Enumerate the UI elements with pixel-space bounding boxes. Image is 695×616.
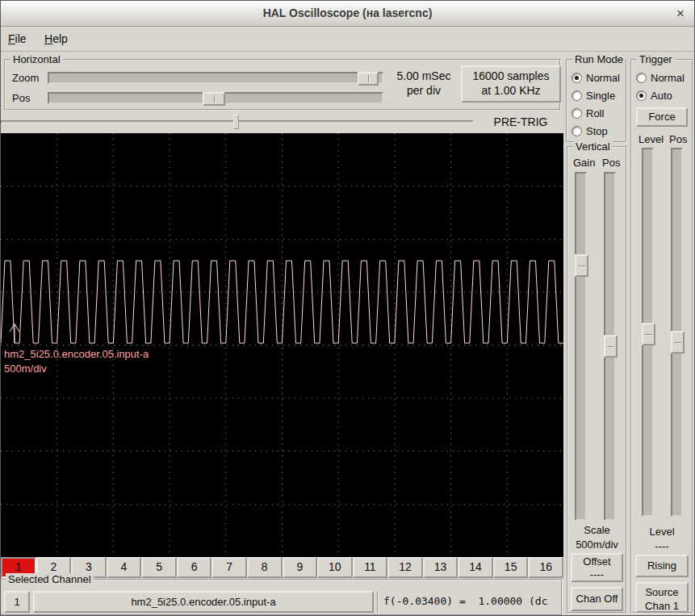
channel-button-14[interactable]: 14 — [458, 557, 493, 578]
selected-channel-name-button[interactable]: hm2_5i25.0.encoder.05.input-a — [33, 591, 374, 613]
channel-button-6[interactable]: 6 — [177, 557, 212, 578]
pos-label: Pos — [12, 92, 30, 104]
runmode-radio-roll[interactable]: Roll — [571, 107, 604, 119]
source-button[interactable]: Source Chan 1 — [635, 582, 689, 613]
trigger-pos-slider[interactable] — [671, 148, 683, 517]
runmode-frame-label: Run Mode — [572, 53, 626, 65]
runmode-radio-stop[interactable]: Stop — [571, 125, 608, 137]
channel-button-11[interactable]: 11 — [353, 557, 388, 578]
menu-help[interactable]: Help — [37, 27, 75, 50]
horizontal-frame: Horizontal Zoom Pos 5.00 mSec per div 16… — [4, 59, 561, 111]
channel-button-10[interactable]: 10 — [317, 557, 353, 578]
gain-slider[interactable] — [575, 172, 587, 521]
radio-icon[interactable] — [636, 73, 647, 83]
app-window: HAL Oscilloscope (на lasercnc) × File He… — [0, 0, 695, 616]
radio-label: Roll — [586, 107, 604, 119]
gain-slider-handle[interactable] — [575, 254, 588, 277]
channel-value-readout: f(-0.03400) = 1.00000 (dc — [377, 591, 548, 613]
selected-channel-frame: Selected Channel 1 hm2_5i25.0.encoder.05… — [1, 579, 563, 616]
channel-button-8[interactable]: 8 — [247, 557, 283, 578]
offset-line1: Offset — [572, 555, 622, 568]
samples-button[interactable]: 16000 samples at 1.00 KHz — [461, 65, 561, 103]
vertical-frame-label: Vertical — [573, 140, 613, 153]
radio-label: Auto — [651, 90, 672, 102]
radio-label: Stop — [586, 125, 608, 137]
offset-button[interactable]: Offset ---- — [571, 553, 623, 582]
scale-value: 500m/div — [568, 538, 626, 551]
runmode-radio-normal[interactable]: Normal — [571, 72, 620, 84]
zoom-label: Zoom — [12, 72, 39, 84]
trigger-pos-slider-handle[interactable] — [671, 331, 685, 354]
radio-icon[interactable] — [571, 90, 582, 101]
radio-icon[interactable] — [636, 90, 647, 101]
pos-slider-handle[interactable] — [203, 92, 225, 106]
trigger-level-label: Level — [638, 133, 664, 145]
time-per-div-label: per div — [388, 83, 459, 98]
pretrig-slider[interactable] — [1, 115, 474, 129]
runmode-frame: Run Mode Normal Single Roll Stop — [566, 59, 627, 143]
channel-button-4[interactable]: 4 — [107, 557, 142, 578]
samples-line2: at 1.00 KHz — [463, 83, 559, 98]
source-line1: Source — [637, 585, 687, 599]
vertical-pos-slider[interactable] — [604, 172, 616, 521]
offset-line2: ---- — [572, 568, 622, 581]
runmode-radio-single[interactable]: Single — [571, 90, 615, 102]
channel-button-13[interactable]: 13 — [423, 557, 458, 578]
channel-button-9[interactable]: 9 — [283, 557, 318, 578]
trigger-level-slider[interactable] — [642, 148, 654, 517]
trigger-radio-auto[interactable]: Auto — [636, 90, 672, 102]
scope-channel-scale: 500m/div — [4, 362, 47, 375]
scale-label: Scale — [568, 524, 626, 536]
vpos-label: Pos — [602, 157, 620, 169]
channel-button-7[interactable]: 7 — [211, 557, 247, 578]
scope-canvas — [1, 133, 563, 557]
pos-slider[interactable] — [48, 92, 383, 104]
horizontal-frame-label: Horizontal — [10, 53, 63, 65]
vertical-pos-slider-handle[interactable] — [604, 335, 618, 358]
menubar: File Help — [1, 27, 694, 52]
titlebar: HAL Oscilloscope (на lasercnc) × — [1, 1, 694, 27]
force-button[interactable]: Force — [636, 107, 688, 127]
scope-display: hm2_5i25.0.encoder.05.input-a 500m/div — [1, 133, 563, 557]
level-value-label: Level — [632, 526, 692, 538]
channel-button-5[interactable]: 5 — [141, 557, 177, 578]
scope-channel-name: hm2_5i25.0.encoder.05.input-a — [4, 348, 149, 360]
vertical-frame: Vertical Gain Pos Scale 500m/div Offset … — [567, 146, 627, 614]
level-value: ---- — [632, 540, 692, 552]
radio-icon[interactable] — [571, 108, 582, 119]
time-per-div: 5.00 mSec per div — [388, 67, 459, 98]
zoom-slider-handle[interactable] — [358, 72, 379, 86]
zoom-slider[interactable] — [48, 72, 383, 84]
radio-label: Single — [586, 90, 615, 102]
trigger-radio-normal[interactable]: Normal — [636, 72, 685, 84]
rising-button[interactable]: Rising — [635, 555, 689, 577]
channel-button-16[interactable]: 16 — [528, 557, 563, 578]
trigger-level-slider-handle[interactable] — [642, 323, 655, 346]
window-title: HAL Oscilloscope (на lasercnc) — [1, 1, 694, 26]
trigger-pos-label: Pos — [669, 133, 687, 145]
channel-button-12[interactable]: 12 — [387, 557, 423, 578]
radio-label: Normal — [586, 72, 620, 84]
trigger-frame-label: Trigger — [637, 53, 675, 65]
source-line2: Chan 1 — [637, 599, 687, 613]
selected-channel-frame-label: Selected Channel — [6, 573, 94, 585]
radio-icon[interactable] — [571, 73, 582, 83]
channel-button-15[interactable]: 15 — [493, 557, 529, 578]
trigger-frame: Trigger Normal Auto Force Level Pos Leve… — [630, 59, 693, 614]
radio-icon[interactable] — [571, 126, 582, 136]
pretrig-label: PRE-TRIG — [484, 115, 558, 128]
close-icon[interactable]: × — [676, 1, 685, 26]
samples-line1: 16000 samples — [463, 69, 559, 83]
menu-file[interactable]: File — [1, 27, 34, 50]
time-per-div-value: 5.00 mSec — [388, 69, 459, 83]
pretrig-handle[interactable] — [233, 115, 239, 129]
selected-channel-number-button[interactable]: 1 — [4, 591, 30, 613]
chan-off-button[interactable]: Chan Off — [571, 587, 623, 611]
gain-label: Gain — [573, 157, 595, 169]
radio-label: Normal — [651, 72, 685, 84]
